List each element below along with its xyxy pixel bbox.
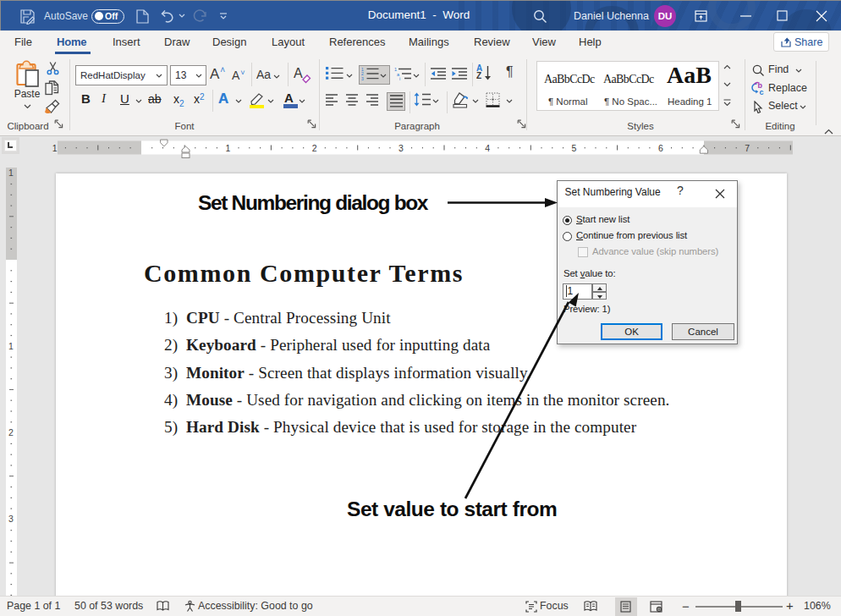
svg-text:1: 1 [225,143,230,153]
svg-text:2: 2 [312,143,317,153]
svg-text:4: 4 [485,143,490,153]
svg-text:c: c [760,88,764,96]
svg-text:7: 7 [745,143,750,153]
svg-text:3: 3 [399,143,404,153]
svg-text:6: 6 [658,143,663,153]
svg-text:i: i [399,76,400,80]
svg-text:1: 1 [52,143,58,153]
svg-text:3: 3 [361,76,364,80]
svg-text:5: 5 [572,143,577,153]
